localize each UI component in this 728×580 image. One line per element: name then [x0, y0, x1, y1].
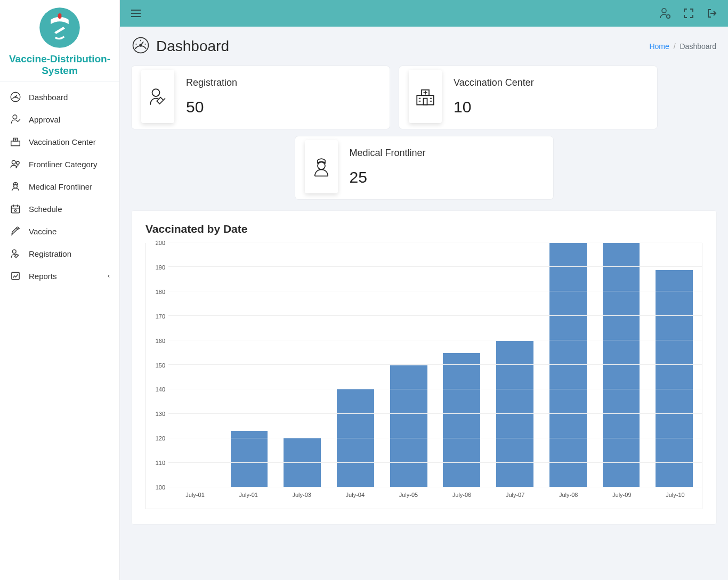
chevron-left-icon: ‹ [108, 272, 110, 280]
stat-label: Registration [186, 77, 377, 88]
svg-point-9 [17, 161, 20, 165]
grid-line [168, 242, 702, 242]
grid-line [168, 438, 702, 438]
stat-label: Medical Frontliner [350, 148, 540, 159]
nurse-big-icon [305, 140, 338, 193]
sidebar-item-label: Registration [29, 249, 71, 258]
sidebar-item-vaccine[interactable]: Vaccine [0, 220, 119, 242]
bar-slot [276, 243, 329, 487]
bar-slot [382, 243, 435, 487]
svg-point-5 [13, 115, 17, 119]
svg-point-12 [14, 210, 16, 211]
y-tick: 180 [156, 289, 165, 295]
breadcrumb: Home / Dashboard [649, 42, 716, 51]
x-label: July-01 [222, 492, 275, 498]
svg-point-18 [140, 44, 142, 46]
svg-rect-14 [12, 272, 19, 279]
svg-rect-6 [11, 141, 20, 146]
logout-icon[interactable] [706, 7, 718, 20]
grid-line [168, 291, 702, 291]
sidebar-item-label: Dashboard [29, 93, 68, 102]
breadcrumb-current: Dashboard [680, 42, 717, 51]
hospital-big-icon [409, 70, 442, 123]
x-label: July-06 [435, 492, 488, 498]
y-tick: 200 [156, 240, 165, 246]
svg-point-15 [662, 9, 666, 13]
sidebar-item-reports[interactable]: Reports‹ [0, 265, 119, 287]
x-label: July-08 [542, 492, 595, 498]
svg-rect-20 [417, 95, 434, 105]
stat-value: 50 [186, 98, 377, 116]
bar-slot [541, 243, 595, 487]
grid-line [168, 364, 702, 365]
x-label: July-01 [168, 492, 222, 498]
dashboard-gauge-icon [132, 36, 150, 56]
sidebar-nav: DashboardApprovalVaccination CenterFront… [0, 81, 119, 291]
bar-slot [223, 243, 276, 487]
stat-label: Vaccination Center [454, 77, 644, 88]
y-tick: 140 [156, 386, 165, 393]
bar [443, 353, 480, 487]
x-label: July-10 [649, 492, 702, 498]
sidebar-item-label: Schedule [29, 205, 62, 214]
bar [231, 431, 268, 487]
stat-cards-row: Registration 50 Vaccination Center 10 [132, 66, 716, 129]
stat-value: 10 [454, 98, 644, 116]
bar-slot [169, 243, 223, 487]
sidebar-item-label: Vaccination Center [29, 137, 96, 146]
sidebar-item-schedule[interactable]: Schedule [0, 198, 119, 220]
fullscreen-icon[interactable] [682, 7, 695, 20]
x-label: July-03 [275, 492, 328, 498]
y-tick: 170 [156, 313, 165, 320]
gauge-icon [10, 91, 21, 103]
register-big-icon [141, 70, 174, 123]
bar-slot [648, 243, 701, 487]
y-tick: 190 [156, 264, 165, 271]
breadcrumb-separator: / [674, 42, 676, 51]
sidebar-item-approval[interactable]: Approval [0, 108, 119, 130]
grid-line [168, 462, 702, 463]
brand-logo [37, 5, 82, 52]
calendar-icon [10, 203, 21, 215]
bar-slot [595, 243, 648, 487]
sidebar-item-frontliner-category[interactable]: Frontliner Category [0, 153, 119, 175]
stat-card-vaccination-center: Vaccination Center 10 [399, 66, 657, 129]
content: Dashboard Home / Dashboard Registration … [120, 27, 728, 580]
sidebar-item-dashboard[interactable]: Dashboard [0, 86, 119, 108]
svg-point-10 [14, 185, 18, 189]
x-label: July-05 [382, 492, 435, 498]
sidebar-item-label: Medical Frontliner [29, 182, 92, 191]
bar [496, 341, 533, 487]
sidebar-item-label: Vaccine [29, 227, 56, 236]
sidebar-item-medical-frontliner[interactable]: Medical Frontliner [0, 175, 119, 198]
sidebar: Vaccine-Distribution-System DashboardApp… [0, 0, 120, 580]
bar [603, 243, 640, 487]
page-header: Dashboard Home / Dashboard [132, 36, 716, 56]
y-tick: 150 [156, 362, 165, 369]
y-tick: 110 [156, 460, 165, 466]
register-icon [10, 248, 21, 259]
menu-toggle-icon[interactable] [130, 7, 142, 20]
chart-plot [168, 243, 702, 487]
bar [656, 270, 693, 488]
svg-rect-2 [59, 13, 60, 19]
grid-line [168, 266, 702, 267]
breadcrumb-home[interactable]: Home [649, 42, 669, 51]
chart-area: 100110120130140150160170180190200 July-0… [145, 243, 702, 509]
sidebar-item-registration[interactable]: Registration [0, 242, 119, 265]
bar-slot [488, 243, 541, 487]
nurse-icon [10, 181, 21, 192]
grid-line [168, 389, 702, 389]
bar [337, 389, 374, 487]
x-label: July-07 [489, 492, 542, 498]
x-label: July-04 [328, 492, 382, 498]
sidebar-item-label: Frontliner Category [29, 160, 97, 169]
y-tick: 100 [156, 484, 165, 491]
user-settings-icon[interactable] [659, 7, 672, 20]
stat-card-medical-frontliner: Medical Frontliner 25 [295, 136, 553, 199]
topbar [120, 0, 728, 27]
sidebar-item-vaccination-center[interactable]: Vaccination Center [0, 130, 119, 153]
syringe-icon [10, 225, 21, 237]
chart-panel: Vaccinated by Date 100110120130140150160… [132, 211, 716, 524]
hospital-icon [10, 136, 21, 148]
